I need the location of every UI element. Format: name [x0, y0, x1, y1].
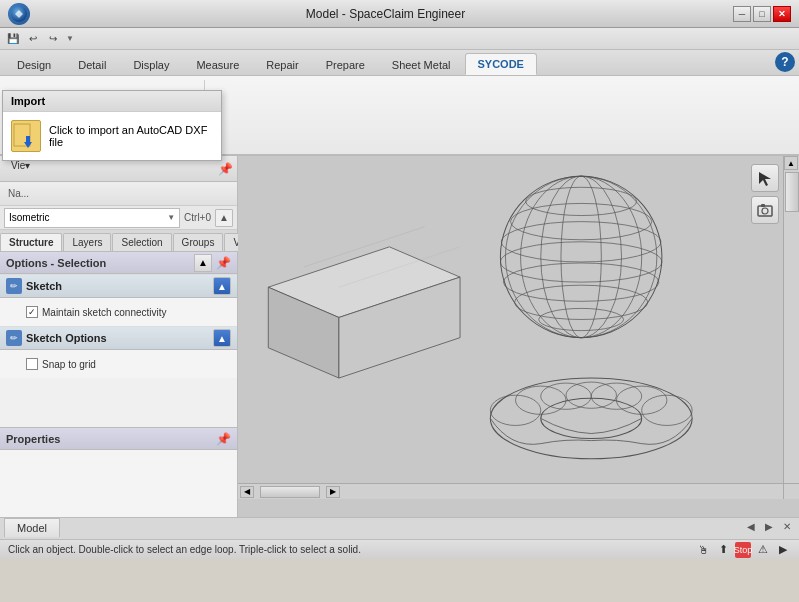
tab-navigation: ◀ ▶ ✕: [743, 518, 795, 534]
tab-sheet-metal[interactable]: Sheet Metal: [379, 54, 464, 75]
tab-prev-button[interactable]: ◀: [743, 518, 759, 534]
viewport[interactable]: ▲ ▼ ◀ ▶: [238, 156, 799, 517]
properties-pin-icon[interactable]: 📌: [216, 432, 231, 446]
properties-title: Properties: [6, 433, 216, 445]
quick-access-toolbar: 💾 ↩ ↪ ▼: [0, 28, 799, 50]
view-shortcut: Ctrl+0: [184, 212, 211, 223]
view-up-btn[interactable]: ▲: [215, 209, 233, 227]
scroll-corner: [783, 483, 799, 499]
nav-bar: Na...: [0, 182, 237, 206]
close-button[interactable]: ✕: [773, 6, 791, 22]
scroll-up-button[interactable]: ▲: [784, 156, 798, 170]
snap-to-grid-checkbox[interactable]: [26, 358, 38, 370]
3d-scene: [238, 156, 783, 499]
vertical-scrollbar[interactable]: ▲ ▼: [783, 156, 799, 499]
svg-marker-43: [759, 172, 771, 186]
options-scroll: ✏ Sketch ▲ ✓ Maintain sketch connectivit…: [0, 274, 237, 427]
tab-selection[interactable]: Selection: [112, 233, 171, 251]
view-select-arrow: ▼: [167, 213, 175, 222]
minimize-button[interactable]: ─: [733, 6, 751, 22]
sketch-icon: ✏: [6, 278, 22, 294]
tooltip-body: Click to import an AutoCAD DXF file: [3, 112, 221, 160]
import-tooltip: Import Click to import an AutoCAD DXF fi…: [2, 90, 222, 161]
model-tab-label: Model: [17, 522, 47, 534]
sketch-options-expand-button[interactable]: ▲: [213, 329, 231, 347]
options-up-button[interactable]: ▲: [194, 254, 212, 272]
tab-prepare[interactable]: Prepare: [313, 54, 378, 75]
stop-icon[interactable]: Stop: [735, 542, 751, 558]
viewport-toolbar: [751, 164, 779, 224]
window-controls: ─ □ ✕: [733, 6, 791, 22]
sketch-section-header[interactable]: ✏ Sketch ▲: [0, 274, 237, 298]
svg-point-45: [762, 208, 768, 214]
tab-layers[interactable]: Layers: [63, 233, 111, 251]
pin-icon[interactable]: 📌: [218, 162, 233, 176]
help-button[interactable]: ?: [775, 52, 795, 72]
redo-button[interactable]: ↪: [44, 30, 62, 48]
tab-detail[interactable]: Detail: [65, 54, 119, 75]
view-dropdown-bar: Isometric ▼ Ctrl+0 ▲: [0, 206, 237, 230]
tab-groups[interactable]: Groups: [173, 233, 224, 251]
tooltip-text: Click to import an AutoCAD DXF file: [49, 124, 213, 148]
maximize-button[interactable]: □: [753, 6, 771, 22]
qa-dropdown-arrow[interactable]: ▼: [66, 34, 74, 43]
main-body: Vie▾ 📌 Na... Isometric ▼ Ctrl+0 ▲ Struct…: [0, 156, 799, 517]
camera-tool-button[interactable]: [751, 196, 779, 224]
sketch-options-section-header[interactable]: ✏ Sketch Options ▲: [0, 326, 237, 350]
warning-icon: ⚠: [755, 542, 771, 558]
app-logo: [8, 3, 30, 25]
horizontal-scrollbar[interactable]: ◀ ▶: [238, 483, 783, 499]
status-bar: Click an object. Double-click to select …: [0, 539, 799, 559]
tab-measure[interactable]: Measure: [183, 54, 252, 75]
tab-close-button[interactable]: ✕: [779, 518, 795, 534]
tooltip-header: Import: [3, 91, 221, 112]
undo-button[interactable]: ↩: [24, 30, 42, 48]
scroll-right-button[interactable]: ▶: [326, 486, 340, 498]
model-tab[interactable]: Model: [4, 518, 60, 537]
panel-tabs: Structure Layers Selection Groups Views: [0, 230, 237, 252]
sketch-connectivity-label: Maintain sketch connectivity: [42, 307, 167, 318]
svg-rect-15: [26, 136, 30, 142]
play-icon[interactable]: ▶: [775, 542, 791, 558]
sketch-expand-button[interactable]: ▲: [213, 277, 231, 295]
bottom-tab-bar: Model ◀ ▶ ✕: [0, 517, 799, 539]
scroll-thumb[interactable]: [785, 172, 799, 212]
status-icons: 🖱 ⬆ Stop ⚠ ▶: [695, 542, 791, 558]
sketch-section-title: Sketch: [26, 280, 209, 292]
save-button[interactable]: 💾: [4, 30, 22, 48]
options-pin-icon[interactable]: 📌: [216, 256, 231, 270]
tab-structure[interactable]: Structure: [0, 233, 62, 251]
view-menu-button[interactable]: Vie▾: [4, 159, 37, 179]
arrow-icon: ⬆: [715, 542, 731, 558]
select-tool-button[interactable]: [751, 164, 779, 192]
svg-rect-46: [761, 204, 765, 207]
tab-sycode[interactable]: SYCODE: [465, 53, 537, 75]
sketch-connectivity-checkbox[interactable]: ✓: [26, 306, 38, 318]
svg-point-35: [541, 398, 642, 438]
options-header: Options - Selection ▲ 📌: [0, 252, 237, 274]
nav-label: Na...: [4, 188, 33, 199]
sketch-connectivity-row: ✓ Maintain sketch connectivity: [26, 302, 231, 322]
sketch-section-content: ✓ Maintain sketch connectivity: [0, 298, 237, 326]
tab-display[interactable]: Display: [120, 54, 182, 75]
sketch-options-title: Sketch Options: [26, 332, 209, 344]
properties-header: Properties 📌: [0, 428, 237, 450]
left-panel: Vie▾ 📌 Na... Isometric ▼ Ctrl+0 ▲ Struct…: [0, 156, 238, 517]
snap-to-grid-row: Snap to grid: [26, 354, 231, 374]
properties-panel: Properties 📌: [0, 427, 237, 517]
status-text: Click an object. Double-click to select …: [8, 544, 687, 555]
window-title: Model - SpaceClaim Engineer: [38, 7, 733, 21]
tooltip-icon: [11, 120, 41, 152]
options-title: Options - Selection: [6, 257, 190, 269]
ribbon-tabs: Design Detail Display Measure Repair Pre…: [0, 50, 799, 76]
cursor-icon: 🖱: [695, 542, 711, 558]
tab-next-button[interactable]: ▶: [761, 518, 777, 534]
options-panel: Options - Selection ▲ 📌 ✏ Sketch ▲ ✓ Mai…: [0, 252, 237, 427]
tab-design[interactable]: Design: [4, 54, 64, 75]
view-mode-select[interactable]: Isometric ▼: [4, 208, 180, 228]
scroll-left-button[interactable]: ◀: [240, 486, 254, 498]
tab-repair[interactable]: Repair: [253, 54, 311, 75]
title-bar: Model - SpaceClaim Engineer ─ □ ✕: [0, 0, 799, 28]
h-scroll-thumb[interactable]: [260, 486, 320, 498]
sketch-options-icon: ✏: [6, 330, 22, 346]
